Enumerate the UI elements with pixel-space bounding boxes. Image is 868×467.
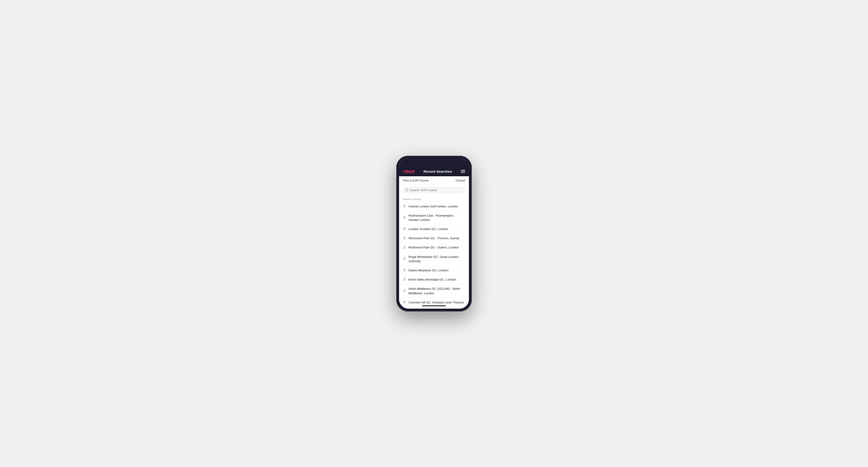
course-list-item[interactable]: North Middlesex GC (1011942 - North Midd… <box>399 284 469 298</box>
find-label: Find a Golf Course <box>403 179 429 182</box>
location-pin-icon <box>403 216 406 220</box>
menu-line-3 <box>461 172 465 173</box>
search-icon <box>405 188 408 192</box>
course-name: Dukes Meadows GC, London <box>408 268 448 273</box>
location-pin-icon <box>403 227 406 231</box>
menu-line-1 <box>461 170 465 170</box>
location-pin-icon <box>403 257 406 261</box>
phone-screen: clippd Recent Searches Find a Golf Cours… <box>399 159 469 309</box>
course-list-item[interactable]: Richmond Park GC - Duke's, London <box>399 243 469 252</box>
course-name: Royal Wimbledon GC, Great London Authori… <box>408 255 465 263</box>
course-list-item[interactable]: Brent Valley Municipal GC, London <box>399 275 469 284</box>
location-pin-icon <box>403 278 406 282</box>
phone-frame: clippd Recent Searches Find a Golf Cours… <box>396 156 472 311</box>
course-list: Central London Golf Centre, London Roeha… <box>399 202 469 304</box>
status-bar <box>399 159 469 167</box>
search-container <box>399 185 469 196</box>
course-name: Coombe Hill GC, Kingston upon Thames <box>408 301 464 304</box>
search-box <box>403 187 465 193</box>
course-name: Brent Valley Municipal GC, London <box>408 278 456 282</box>
location-pin-icon <box>403 246 406 250</box>
course-list-item[interactable]: Roehampton Club - Roehampton, Greater Lo… <box>399 211 469 225</box>
app-logo: clippd <box>403 169 415 174</box>
location-pin-icon <box>403 237 406 240</box>
home-indicator <box>399 304 469 309</box>
nearby-label: Nearby courses <box>399 196 469 202</box>
course-list-item[interactable]: Coombe Hill GC, Kingston upon Thames <box>399 298 469 304</box>
menu-line-2 <box>461 171 465 172</box>
notch <box>422 159 446 164</box>
course-name: North Middlesex GC (1011942 - North Midd… <box>408 287 465 295</box>
course-list-item[interactable]: Royal Wimbledon GC, Great London Authori… <box>399 252 469 266</box>
find-bar: Find a Golf Course Cancel <box>399 176 469 185</box>
course-name: Roehampton Club - Roehampton, Greater Lo… <box>408 214 465 222</box>
course-name: Richmond Park GC - Prince's, Surrey <box>408 236 459 241</box>
nearby-section: Nearby courses Central London Golf Centr… <box>399 196 469 304</box>
home-bar <box>422 305 446 306</box>
course-list-item[interactable]: London Scottish GC, London <box>399 225 469 234</box>
menu-icon[interactable] <box>461 170 465 173</box>
header: clippd Recent Searches <box>399 167 469 176</box>
location-pin-icon <box>403 301 406 304</box>
location-pin-icon <box>403 289 406 293</box>
cancel-button[interactable]: Cancel <box>456 179 465 182</box>
course-name: Richmond Park GC - Duke's, London <box>408 245 459 250</box>
course-list-item[interactable]: Central London Golf Centre, London <box>399 202 469 211</box>
location-pin-icon <box>403 205 406 208</box>
location-pin-icon <box>403 269 406 272</box>
course-name: London Scottish GC, London <box>408 227 448 231</box>
course-list-item[interactable]: Dukes Meadows GC, London <box>399 266 469 275</box>
course-name: Central London Golf Centre, London <box>408 205 458 209</box>
search-input[interactable] <box>410 188 463 192</box>
course-list-item[interactable]: Richmond Park GC - Prince's, Surrey <box>399 234 469 243</box>
header-title: Recent Searches <box>424 169 452 174</box>
svg-line-1 <box>408 191 408 191</box>
